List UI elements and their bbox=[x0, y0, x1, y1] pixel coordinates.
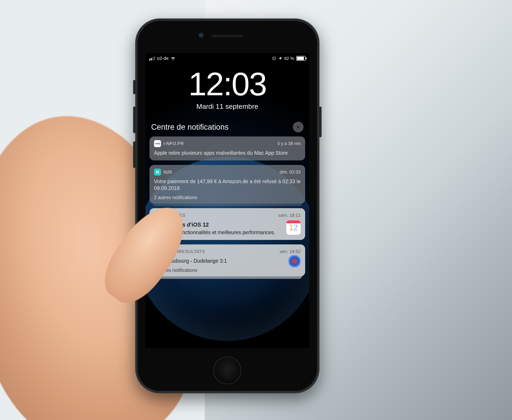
stack-indicator bbox=[153, 204, 302, 206]
app-name: N26 bbox=[163, 169, 277, 175]
notification-body: Votre paiement de 147,99 € à Amazon.de a… bbox=[154, 178, 301, 192]
carrier-label: o2-de bbox=[157, 56, 169, 61]
wifi-icon bbox=[171, 56, 176, 61]
notification-more: 2 autres notifications bbox=[154, 195, 301, 200]
notification-card[interactable]: N N26 dim. 02:33 Votre paiement de 147,9… bbox=[149, 165, 305, 204]
stack-indicator bbox=[153, 276, 302, 279]
app-icon-n26: N bbox=[154, 169, 161, 176]
battery-percent: 82 % bbox=[284, 56, 294, 61]
notification-body: Fin. Strasbourg - Dudelange 3:1 bbox=[154, 257, 301, 264]
lock-time: 12:03 bbox=[145, 68, 309, 100]
notification-attachment: 12 bbox=[286, 220, 301, 235]
signal-icon bbox=[149, 56, 155, 60]
notification-time: dim. 02:33 bbox=[280, 169, 301, 175]
location-icon bbox=[278, 56, 282, 60]
lock-date: Mardi 11 septembre bbox=[145, 102, 309, 110]
close-button[interactable] bbox=[293, 122, 304, 132]
notification-center-title: Centre de notifications bbox=[151, 123, 229, 132]
notification-card[interactable]: i-nfo I-NFO.FR il y a 38 mn Apple retire… bbox=[149, 136, 305, 160]
notification-time: sam. 18:11 bbox=[278, 213, 301, 218]
close-icon bbox=[296, 125, 300, 129]
home-button[interactable] bbox=[213, 356, 241, 384]
notification-more: 3 autres notifications bbox=[154, 268, 301, 273]
notification-time: il y a 38 mn bbox=[278, 141, 301, 146]
notification-body: Apple retire plusieurs apps malveillante… bbox=[154, 150, 301, 156]
app-name: FLASHRESULTATS bbox=[163, 249, 277, 254]
notification-attachment bbox=[288, 255, 301, 267]
notification-time: ven. 18:52 bbox=[280, 249, 301, 254]
app-icon-info: i-nfo bbox=[154, 140, 161, 147]
app-name: I-NFO.FR bbox=[163, 141, 275, 146]
iphone-device: o2-de 82 % 12:03 Mardi 11 septembre Cent… bbox=[135, 18, 319, 393]
rotation-lock-icon bbox=[272, 56, 276, 60]
status-bar: o2-de 82 % bbox=[145, 53, 309, 64]
lock-screen[interactable]: o2-de 82 % 12:03 Mardi 11 septembre Cent… bbox=[145, 53, 309, 348]
battery-icon bbox=[296, 56, 305, 61]
